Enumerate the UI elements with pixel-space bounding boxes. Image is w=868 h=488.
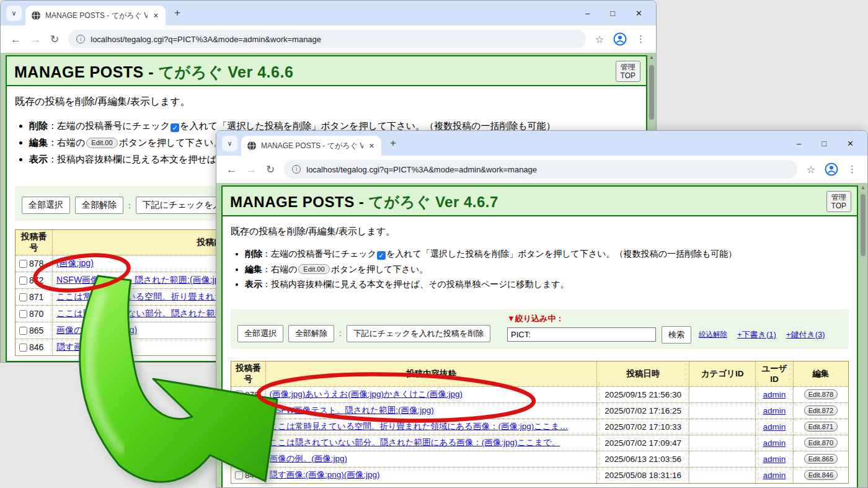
row-checkbox[interactable] (235, 391, 243, 399)
edit-post-button[interactable]: Edit.846 (804, 470, 838, 480)
user-link[interactable]: admin (763, 471, 786, 480)
post-excerpt-link[interactable]: ここは隠されていない部分。隠された範囲にある画像：(画像:jpg)ここまで。 (270, 438, 560, 447)
back-icon[interactable]: ← (226, 164, 237, 175)
minimize-button[interactable]: – (797, 140, 801, 148)
instructions-list: 削除：左端の投稿番号にチェック✓を入れて「選択した投稿を削除」ボタンを押して下さ… (245, 246, 857, 292)
checked-checkbox-icon: ✓ (377, 251, 386, 260)
checked-checkbox-icon: ✓ (170, 123, 179, 132)
scrollbar-up-icon[interactable]: ▲ (859, 185, 867, 190)
browser-window-front: ∨ MANAGE POSTS - てがろぐ Ver 4 ✕ + – □ ✕ ← … (216, 130, 868, 488)
edit-post-button[interactable]: Edit.870 (804, 438, 838, 448)
row-checkbox[interactable] (235, 471, 243, 479)
edit-post-button[interactable]: Edit.872 (804, 406, 838, 415)
tab-title: MANAGE POSTS - てがろぐ Ver 4 (45, 11, 148, 21)
close-button[interactable]: ✕ (636, 9, 642, 17)
post-category (689, 402, 755, 419)
scrollbar-thumb[interactable] (649, 65, 654, 120)
page-info-icon[interactable]: i (76, 35, 85, 43)
page-scrollbar[interactable]: ▲ (859, 183, 867, 487)
edit-post-button[interactable]: Edit.865 (804, 454, 838, 464)
bookmark-star-icon[interactable]: ☆ (807, 164, 815, 175)
forward-icon[interactable]: → (246, 164, 257, 175)
filtering-status-label: ▼絞り込み中： (507, 313, 825, 324)
back-icon[interactable]: ← (11, 34, 21, 45)
window-controls: – □ ✕ (797, 140, 867, 148)
reload-icon[interactable]: ↻ (50, 34, 59, 45)
deselect-all-button[interactable]: 全部解除 (75, 197, 123, 214)
close-button[interactable]: ✕ (847, 140, 854, 148)
row-checkbox[interactable] (235, 423, 243, 431)
row-checkbox[interactable] (19, 310, 27, 318)
admin-top-button[interactable]: 管理TOP (616, 61, 640, 82)
minimize-button[interactable]: – (585, 9, 590, 17)
select-all-button[interactable]: 全部選択 (22, 197, 70, 214)
instruction-view: 表示：投稿内容抜粋欄に見える本文を押せば、その投稿単独ページに移動します。 (245, 277, 857, 292)
user-link[interactable]: admin (763, 438, 786, 448)
search-button[interactable]: 検索 (662, 326, 691, 344)
post-excerpt-link[interactable]: 画像の例。(画像:jpg) (56, 325, 137, 335)
profile-icon[interactable] (825, 162, 838, 176)
clear-filter-link[interactable]: 絞込解除 (699, 330, 727, 339)
scrollbar-thumb[interactable] (861, 194, 866, 256)
bookmark-star-icon[interactable]: ☆ (595, 33, 604, 45)
post-excerpt-link[interactable]: 画像の例。(画像:jpg) (270, 454, 348, 463)
row-checkbox[interactable] (19, 277, 27, 285)
user-link[interactable]: admin (763, 422, 786, 432)
col-edit: 編集 (793, 361, 848, 386)
table-row: 846 隠す画像:(画像:png)(画像:jpg) 2025/05/08 18:… (231, 467, 849, 483)
row-checkbox[interactable] (19, 293, 27, 301)
tab-close-icon[interactable]: ✕ (152, 12, 160, 20)
tab-title: MANAGE POSTS - てがろぐ Ver 4 (261, 141, 363, 151)
page-info-icon[interactable]: i (292, 165, 301, 174)
browser-tab[interactable]: MANAGE POSTS - てがろぐ Ver 4 ✕ (25, 6, 166, 25)
edit-sample-pill: Edit.00 (298, 264, 329, 275)
new-tab-button[interactable]: + (174, 7, 180, 19)
maximize-button[interactable]: □ (822, 140, 826, 148)
post-excerpt-link[interactable]: ここは常時見えている空間。折り畳まれた領域にある画像：(画像:jpg)ここま… (270, 422, 569, 431)
deselect-all-button[interactable]: 全部解除 (288, 325, 334, 342)
address-bar[interactable]: i localhost/tegalog.cgi?q=PICT%3A&mode=a… (68, 30, 585, 48)
post-excerpt-link[interactable]: NSFW画像テスト。隠された範囲:(画像:jpg) (270, 406, 434, 415)
browser-menu-icon[interactable]: ⋮ (636, 33, 646, 45)
delete-checked-button[interactable]: 下記にチェックを入れた投稿を削除 (347, 325, 491, 342)
post-category (689, 451, 755, 467)
row-checkbox[interactable] (235, 407, 243, 415)
include-drafts-link[interactable]: +下書き(1) (737, 329, 776, 340)
include-locked-link[interactable]: +鍵付き(3) (786, 329, 825, 340)
post-date: 2025/07/02 17:10:33 (597, 419, 689, 435)
tab-search-button[interactable]: ∨ (6, 6, 22, 21)
scrollbar-up-icon[interactable]: ▲ (647, 55, 656, 60)
address-bar[interactable]: i localhost/tegalog.cgi?q=PICT%3A&mode=a… (284, 160, 797, 179)
tab-strip: ∨ MANAGE POSTS - てがろぐ Ver 4 ✕ + – □ ✕ (216, 131, 867, 156)
row-checkbox[interactable] (19, 260, 27, 268)
post-excerpt-link[interactable]: (画像:jpg) (56, 258, 94, 268)
new-tab-button[interactable]: + (390, 137, 396, 149)
user-link[interactable]: admin (763, 390, 786, 399)
instruction-edit: 編集：右端のEdit.00ボタンを押して下さい。 (245, 262, 857, 277)
edit-post-button[interactable]: Edit.871 (804, 422, 838, 432)
browser-tab[interactable]: MANAGE POSTS - てがろぐ Ver 4 ✕ (241, 136, 381, 156)
admin-top-button[interactable]: 管理TOP (826, 191, 851, 212)
edit-post-button[interactable]: Edit.878 (804, 389, 838, 399)
row-checkbox[interactable] (19, 344, 27, 352)
tab-search-button[interactable]: ∨ (222, 136, 237, 151)
forward-icon[interactable]: → (30, 34, 41, 45)
post-excerpt-link[interactable]: 隠す画像:(画像:jpg) (56, 342, 131, 352)
globe-favicon-icon (31, 11, 41, 20)
select-all-button[interactable]: 全部選択 (237, 325, 283, 342)
user-link[interactable]: admin (763, 455, 786, 464)
maximize-button[interactable]: □ (610, 9, 615, 17)
filter-keyword-input[interactable] (507, 327, 656, 342)
tab-close-icon[interactable]: ✕ (368, 142, 376, 150)
row-checkbox[interactable] (19, 327, 27, 335)
user-link[interactable]: admin (763, 406, 786, 415)
profile-icon[interactable] (613, 32, 627, 46)
post-excerpt-link[interactable]: (画像:jpg)あいうえお(画像:jpg)かきくけこ(画像:jpg) (270, 389, 463, 399)
row-checkbox[interactable] (235, 455, 243, 463)
browser-menu-icon[interactable]: ⋮ (848, 164, 857, 175)
post-excerpt-link[interactable]: NSFW画像テスト。隠された範囲:(画像:jpg) (56, 275, 227, 285)
row-checkbox[interactable] (235, 439, 243, 447)
post-excerpt-link[interactable]: 隠す画像:(画像:png)(画像:jpg) (270, 470, 380, 479)
reload-icon[interactable]: ↻ (266, 164, 275, 175)
post-category (689, 386, 755, 402)
